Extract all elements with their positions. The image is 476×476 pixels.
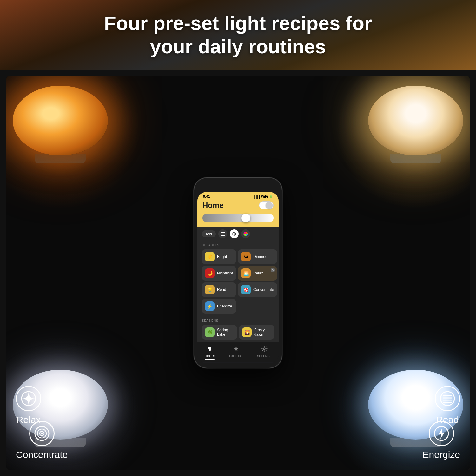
status-time: 9:41 (203, 195, 210, 198)
bottom-nav: LIGHTS EXPLORE (197, 342, 279, 362)
add-button[interactable]: Add (202, 230, 216, 237)
nav-settings-label: SETTINGS (257, 354, 271, 358)
list-view-button[interactable] (218, 229, 227, 238)
nav-lights[interactable]: LIGHTS (205, 346, 215, 360)
nav-explore[interactable]: EXPLORE (229, 346, 243, 360)
scene-spring-lake[interactable]: 🌿 Spring Lake (202, 325, 237, 340)
brightness-slider-thumb[interactable] (241, 214, 250, 222)
app-toolbar: Add (197, 227, 279, 241)
seasons-grid: 🌿 Spring Lake 🌄 Frosty dawn (202, 325, 274, 340)
app-header: Home (197, 200, 279, 214)
scene-relax-edit[interactable]: ✎ (271, 268, 275, 272)
nav-lights-icon (207, 346, 213, 354)
app-home-title: Home (202, 201, 224, 210)
scene-frosty-dawn-name: Frosty dawn (254, 328, 271, 337)
label-energize: Energize (423, 421, 460, 460)
svg-point-9 (41, 433, 43, 434)
svg-rect-13 (221, 235, 225, 236)
grid-view-button[interactable] (230, 229, 239, 238)
wifi-icon: WiFi (261, 195, 268, 198)
nav-explore-icon (233, 346, 239, 354)
scene-dimmed[interactable]: 🌤 Dimmed (238, 249, 277, 264)
add-label: Add (206, 232, 212, 236)
lamp-relax (13, 86, 108, 163)
status-bar: 9:41 ▐▐▐ WiFi 🔋 (197, 192, 279, 200)
svg-rect-17 (209, 350, 211, 351)
label-relax: Relax (16, 386, 41, 425)
nav-settings-icon (261, 346, 268, 354)
energize-label: Energize (423, 449, 460, 460)
scene-read-name: Read (217, 288, 226, 292)
nav-explore-label: EXPLORE (229, 354, 243, 358)
seasons-label: SEASONS (202, 319, 274, 322)
main-area: Relax Read (6, 76, 470, 470)
concentrate-icon (29, 421, 55, 446)
nav-lights-label: LIGHTS (205, 354, 215, 358)
brightness-slider-track (202, 214, 274, 222)
scene-energize-icon: ⚡ (205, 301, 215, 311)
svg-point-1 (440, 392, 454, 406)
phone-screen: 9:41 ▐▐▐ WiFi 🔋 Home (197, 192, 279, 363)
scene-dimmed-name: Dimmed (253, 255, 268, 259)
label-concentrate: Concentrate (16, 421, 68, 460)
scene-relax[interactable]: 🌅 Relax ✎ (238, 266, 277, 281)
energize-icon (429, 421, 454, 446)
color-view-button[interactable] (241, 229, 250, 238)
home-toggle[interactable] (259, 201, 274, 209)
scene-concentrate-name: Concentrate (253, 288, 274, 292)
header-area: Four pre-set light recipes for your dail… (0, 0, 476, 70)
phone-container: 9:41 ▐▐▐ WiFi 🔋 Home (194, 177, 282, 368)
page-wrapper: Four pre-set light recipes for your dail… (0, 0, 476, 476)
defaults-section: DEFAULTS ☀️ Bright 🌤 Dimmed (197, 241, 279, 316)
defaults-grid: ☀️ Bright 🌤 Dimmed 🌙 Nightli (202, 249, 274, 314)
svg-rect-12 (221, 234, 225, 234)
read-icon (435, 386, 460, 411)
relax-icon (16, 386, 41, 411)
scene-read[interactable]: 💡 Read (202, 282, 236, 297)
phone-notch (221, 182, 255, 190)
scene-frosty-dawn[interactable]: 🌄 Frosty dawn (239, 325, 274, 340)
brightness-slider-container (197, 214, 279, 227)
seasons-section: SEASONS 🌿 Spring Lake 🌄 Frosty dawn (197, 316, 279, 342)
signal-icon: ▐▐▐ (253, 195, 260, 198)
scene-energize[interactable]: ⚡ Energize (202, 299, 236, 314)
scene-bright-name: Bright (217, 255, 227, 259)
lamp-read-body (368, 86, 463, 155)
status-bar-right: ▐▐▐ WiFi 🔋 (253, 195, 273, 198)
scene-relax-icon: 🌅 (241, 268, 251, 278)
battery-icon: 🔋 (269, 195, 273, 198)
scene-bright[interactable]: ☀️ Bright (202, 249, 236, 264)
nav-lights-underline (205, 359, 215, 360)
scene-nightlight[interactable]: 🌙 Nightlight (202, 266, 236, 281)
scene-bright-icon: ☀️ (205, 252, 215, 261)
scene-nightlight-icon: 🌙 (205, 268, 215, 278)
scene-frosty-dawn-icon: 🌄 (242, 327, 252, 337)
nav-settings[interactable]: SETTINGS (257, 346, 271, 360)
defaults-label: DEFAULTS (202, 243, 274, 247)
scene-nightlight-name: Nightlight (217, 271, 233, 275)
scene-concentrate-icon: 🎯 (241, 285, 251, 294)
lamp-read (368, 86, 463, 163)
scene-relax-name: Relax (253, 271, 263, 275)
svg-point-18 (263, 348, 265, 350)
concentrate-label: Concentrate (16, 449, 68, 460)
scene-spring-lake-name: Spring Lake (217, 328, 234, 337)
lamp-relax-body (13, 86, 108, 155)
svg-rect-11 (221, 232, 225, 233)
scene-spring-lake-icon: 🌿 (205, 327, 215, 337)
phone: 9:41 ▐▐▐ WiFi 🔋 Home (194, 177, 282, 368)
scene-dimmed-icon: 🌤 (241, 252, 251, 261)
page-title: Four pre-set light recipes for your dail… (104, 11, 372, 59)
label-read: Read (435, 386, 460, 425)
scene-read-icon: 💡 (205, 285, 215, 294)
scene-energize-name: Energize (217, 304, 232, 308)
scene-concentrate[interactable]: 🎯 Concentrate (238, 282, 277, 297)
svg-point-15 (234, 234, 235, 235)
